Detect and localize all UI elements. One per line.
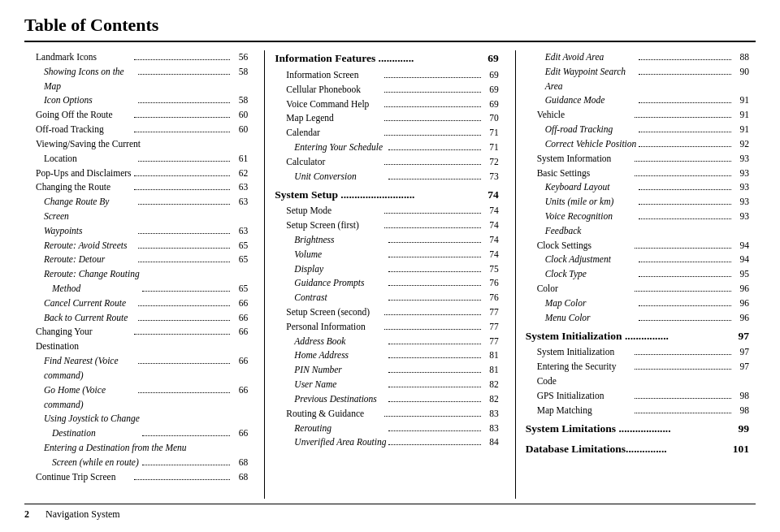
toc-entry-title: Unverified Area Routing — [294, 435, 387, 450]
toc-entry-title: Clock Settings — [537, 239, 634, 253]
toc-entry-col1-14: Method65 — [24, 282, 248, 296]
toc-entry-col3-16: Menu Color96 — [526, 311, 749, 326]
toc-entry-page: 58 — [232, 93, 248, 108]
toc-entry-title: Routing & Guidance — [286, 407, 383, 422]
toc-dots — [639, 320, 731, 321]
toc-entry-title: Voice Recognition Feedback — [545, 210, 638, 239]
toc-entry-page: 72 — [483, 155, 499, 170]
toc-entry-title: Setup Screen (first) — [286, 218, 383, 233]
toc-entry-title: Vehicle — [537, 108, 634, 123]
section-header-title: System Limitations ................... — [526, 421, 739, 438]
toc-entry-page: 97 — [733, 360, 749, 374]
toc-dots — [384, 164, 481, 165]
toc-entry-title: Setup Screen (second) — [286, 305, 383, 320]
toc-dots — [138, 262, 231, 262]
toc-entry-page: 63 — [232, 180, 248, 195]
toc-entry-col2-18: Address Book77 — [275, 335, 498, 349]
toc-dots — [384, 135, 481, 136]
toc-entry-title: System Information — [537, 152, 634, 167]
toc-entry-col2-6: Calculator72 — [275, 155, 498, 170]
toc-entry-title: Basic Settings — [537, 167, 634, 181]
toc-entry-title: Edit Avoid Area — [545, 50, 638, 65]
toc-entry-title: Calculator — [286, 155, 383, 170]
toc-entry-title: Rerouting — [294, 422, 387, 436]
toc-entry-page: 71 — [483, 141, 499, 155]
toc-entry-title: Destination — [52, 426, 141, 441]
toc-entry-col2-9: Setup Mode74 — [275, 204, 498, 218]
toc-dots — [639, 74, 731, 75]
col3: Edit Avoid Area88Edit Waypoint Search Ar… — [526, 50, 756, 499]
toc-entry-title: Off-road Tracking — [545, 123, 638, 137]
toc-entry-col1-2: Icon Options58 — [24, 93, 248, 108]
toc-entry-col2-16: Setup Screen (second)77 — [275, 305, 498, 320]
toc-entry-page: 69 — [483, 83, 499, 97]
toc-entry-title: Cellular Phonebook — [286, 83, 383, 97]
toc-entry-col3-9: Units (mile or km)93 — [526, 195, 749, 210]
toc-entry-title: Showing Icons on the Map — [44, 65, 136, 94]
toc-entry-page: 74 — [483, 218, 499, 233]
toc-entry-page: 98 — [733, 389, 749, 404]
toc-entry-title: Guidance Prompts — [294, 276, 387, 291]
toc-dots — [639, 132, 731, 132]
section-header-page: 99 — [738, 421, 749, 438]
toc-entry-page: 66 — [232, 383, 248, 398]
toc-entry-col2-24: Rerouting83 — [275, 422, 498, 436]
toc-entry-title: Clock Type — [545, 267, 638, 282]
section-header-page: 97 — [738, 328, 749, 345]
toc-dots — [384, 314, 481, 315]
toc-entry-page: 74 — [483, 248, 499, 262]
toc-entry-title: Clock Adjustment — [545, 253, 638, 267]
toc-entry-page: 82 — [483, 378, 499, 392]
toc-entry-title: Location — [44, 152, 136, 167]
toc-entry-title: Find Nearest (Voice command) — [44, 354, 136, 383]
toc-entry-col2-23: Routing & Guidance83 — [275, 407, 498, 422]
footer: 2 Navigation System — [24, 504, 756, 521]
toc-entry-col3-20: GPS Initialization98 — [526, 389, 749, 404]
toc-dots — [384, 106, 481, 107]
toc-entry-page: 62 — [232, 167, 248, 181]
toc-dots — [388, 300, 481, 301]
col-divider-2 — [515, 50, 516, 499]
toc-entry-title: Guidance Mode — [545, 93, 638, 108]
toc-entry-col2-7: Unit Conversion73 — [275, 170, 498, 184]
toc-entry-page: 66 — [232, 354, 248, 369]
toc-dots — [138, 204, 231, 205]
toc-dots — [635, 398, 731, 399]
toc-entry-title: Brightness — [294, 233, 387, 248]
toc-entry-title: Pop-Ups and Disclaimers — [36, 167, 132, 181]
toc-entry-page: 58 — [232, 65, 248, 80]
toc-entry-page: 77 — [483, 335, 499, 349]
toc-dots — [138, 248, 231, 249]
toc-dots — [639, 204, 731, 205]
toc-entry-page: 81 — [483, 363, 499, 378]
toc-entry-page: 92 — [733, 137, 749, 152]
toc-dots — [388, 430, 481, 431]
toc-entry-title: Address Book — [294, 335, 387, 349]
col2-header-page: 69 — [488, 50, 499, 67]
toc-entry-col3-21: Map Matching98 — [526, 404, 749, 418]
section-header-22: System Limitations ...................99 — [526, 421, 749, 438]
toc-dots — [384, 120, 481, 121]
toc-entry-col2-22: Previous Destinations82 — [275, 392, 498, 407]
toc-dots — [635, 117, 731, 118]
toc-entry-title: Personal Information — [286, 320, 383, 335]
toc-entry-title: GPS Initialization — [537, 389, 634, 404]
toc-entry-page: 66 — [232, 426, 248, 441]
toc-dots — [388, 401, 481, 402]
toc-entry-col3-12: Clock Adjustment94 — [526, 253, 749, 267]
toc-entry-col3-2: Guidance Mode91 — [526, 93, 749, 108]
toc-entry-col2-11: Brightness74 — [275, 233, 498, 248]
toc-entry-col3-1: Edit Waypoint Search Area90 — [526, 65, 749, 94]
toc-entry-col3-19: Entering the Security Code97 — [526, 360, 749, 389]
toc-entry-title: Voice Command Help — [286, 97, 383, 112]
toc-entry-col2-21: User Name82 — [275, 378, 498, 392]
toc-entry-page: 96 — [733, 296, 749, 311]
toc-entry-col1-11: Reroute: Avoid Streets65 — [24, 239, 248, 253]
toc-entry-title: Setup Mode — [286, 204, 383, 218]
toc-entry-col2-10: Setup Screen (first)74 — [275, 218, 498, 233]
toc-entry-col1-8: Changing the Route63 — [24, 180, 248, 195]
toc-entry-title: Map Matching — [537, 404, 634, 418]
toc-dots — [138, 392, 231, 393]
toc-dots — [134, 334, 231, 335]
toc-entry-title: Display — [294, 262, 387, 277]
